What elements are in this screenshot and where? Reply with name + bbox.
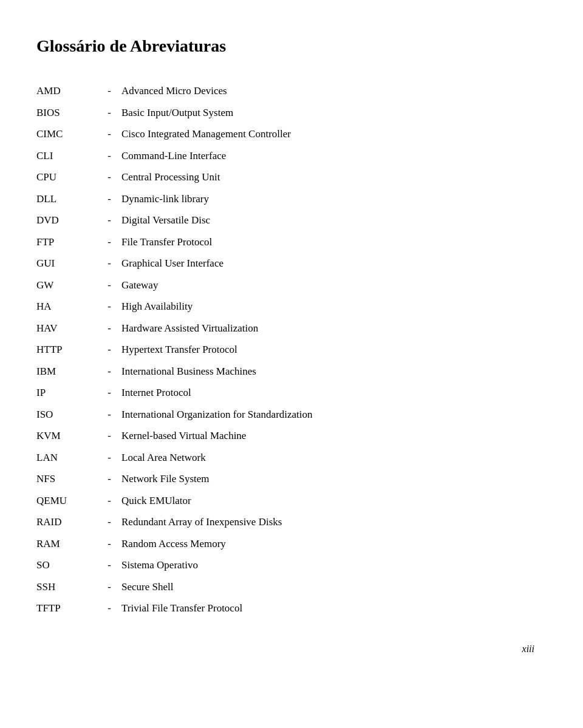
dash-separator: - xyxy=(97,425,121,447)
table-row: RAID-Redundant Array of Inexpensive Disk… xyxy=(36,511,534,533)
table-row: HAV-Hardware Assisted Virtualization xyxy=(36,318,534,339)
definition: File Transfer Protocol xyxy=(121,231,534,253)
table-row: LAN-Local Area Network xyxy=(36,447,534,469)
definition: Hypertext Transfer Protocol xyxy=(121,339,534,361)
dash-separator: - xyxy=(97,490,121,512)
dash-separator: - xyxy=(97,80,121,102)
definition: Central Processing Unit xyxy=(121,166,534,188)
dash-separator: - xyxy=(97,554,121,576)
dash-separator: - xyxy=(97,447,121,469)
table-row: GW-Gateway xyxy=(36,274,534,296)
table-row: SO-Sistema Operativo xyxy=(36,554,534,576)
abbreviation: AMD xyxy=(36,80,97,102)
abbreviation: CLI xyxy=(36,145,97,167)
table-row: SSH-Secure Shell xyxy=(36,576,534,598)
abbreviation: DVD xyxy=(36,209,97,231)
table-row: FTP-File Transfer Protocol xyxy=(36,231,534,253)
table-row: ISO-International Organization for Stand… xyxy=(36,404,534,426)
table-row: IBM-International Business Machines xyxy=(36,361,534,383)
table-row: IP-Internet Protocol xyxy=(36,382,534,404)
abbreviation: ISO xyxy=(36,404,97,426)
definition: Random Access Memory xyxy=(121,533,534,555)
table-row: KVM-Kernel-based Virtual Machine xyxy=(36,425,534,447)
abbreviation: BIOS xyxy=(36,102,97,124)
dash-separator: - xyxy=(97,361,121,383)
dash-separator: - xyxy=(97,102,121,124)
dash-separator: - xyxy=(97,468,121,490)
abbreviation: RAM xyxy=(36,533,97,555)
table-row: CLI-Command-Line Interface xyxy=(36,145,534,167)
table-row: GUI-Graphical User Interface xyxy=(36,253,534,274)
abbreviation: FTP xyxy=(36,231,97,253)
definition: Redundant Array of Inexpensive Disks xyxy=(121,511,534,533)
abbreviation: GW xyxy=(36,274,97,296)
table-row: DLL-Dynamic-link library xyxy=(36,188,534,210)
definition: Dynamic-link library xyxy=(121,188,534,210)
definition: Gateway xyxy=(121,274,534,296)
table-row: AMD-Advanced Micro Devices xyxy=(36,80,534,102)
dash-separator: - xyxy=(97,166,121,188)
abbreviation: HAV xyxy=(36,318,97,339)
definition: Basic Input/Output System xyxy=(121,102,534,124)
abbreviation: CPU xyxy=(36,166,97,188)
definition: Local Area Network xyxy=(121,447,534,469)
definition: Command-Line Interface xyxy=(121,145,534,167)
definition: Trivial File Transfer Protocol xyxy=(121,597,534,619)
dash-separator: - xyxy=(97,576,121,598)
dash-separator: - xyxy=(97,188,121,210)
dash-separator: - xyxy=(97,253,121,274)
table-row: HTTP-Hypertext Transfer Protocol xyxy=(36,339,534,361)
dash-separator: - xyxy=(97,296,121,318)
abbreviation: SO xyxy=(36,554,97,576)
dash-separator: - xyxy=(97,597,121,619)
definition: Secure Shell xyxy=(121,576,534,598)
definition: Digital Versatile Disc xyxy=(121,209,534,231)
dash-separator: - xyxy=(97,339,121,361)
abbreviation: DLL xyxy=(36,188,97,210)
definition: High Availability xyxy=(121,296,534,318)
dash-separator: - xyxy=(97,274,121,296)
dash-separator: - xyxy=(97,533,121,555)
dash-separator: - xyxy=(97,231,121,253)
abbreviation: CIMC xyxy=(36,123,97,145)
abbreviation: KVM xyxy=(36,425,97,447)
abbreviation: TFTP xyxy=(36,597,97,619)
dash-separator: - xyxy=(97,123,121,145)
abbreviation: RAID xyxy=(36,511,97,533)
dash-separator: - xyxy=(97,318,121,339)
abbreviation: IBM xyxy=(36,361,97,383)
abbreviation: HA xyxy=(36,296,97,318)
definition: International Business Machines xyxy=(121,361,534,383)
abbreviation: HTTP xyxy=(36,339,97,361)
dash-separator: - xyxy=(97,145,121,167)
definition: Sistema Operativo xyxy=(121,554,534,576)
table-row: NFS-Network File System xyxy=(36,468,534,490)
abbreviation: QEMU xyxy=(36,490,97,512)
table-row: TFTP-Trivial File Transfer Protocol xyxy=(36,597,534,619)
definition: International Organization for Standardi… xyxy=(121,404,534,426)
definition: Cisco Integrated Management Controller xyxy=(121,123,534,145)
table-row: CIMC-Cisco Integrated Management Control… xyxy=(36,123,534,145)
definition: Network File System xyxy=(121,468,534,490)
table-row: RAM-Random Access Memory xyxy=(36,533,534,555)
table-row: QEMU-Quick EMUlator xyxy=(36,490,534,512)
abbreviation: SSH xyxy=(36,576,97,598)
abbreviation: GUI xyxy=(36,253,97,274)
definition: Internet Protocol xyxy=(121,382,534,404)
dash-separator: - xyxy=(97,404,121,426)
table-row: BIOS-Basic Input/Output System xyxy=(36,102,534,124)
table-row: HA-High Availability xyxy=(36,296,534,318)
table-row: DVD-Digital Versatile Disc xyxy=(36,209,534,231)
table-row: CPU-Central Processing Unit xyxy=(36,166,534,188)
glossary-table: AMD-Advanced Micro DevicesBIOS-Basic Inp… xyxy=(36,80,534,619)
definition: Graphical User Interface xyxy=(121,253,534,274)
abbreviation: IP xyxy=(36,382,97,404)
definition: Kernel-based Virtual Machine xyxy=(121,425,534,447)
dash-separator: - xyxy=(97,511,121,533)
page-number: xiii xyxy=(36,644,534,655)
abbreviation: LAN xyxy=(36,447,97,469)
dash-separator: - xyxy=(97,209,121,231)
page-title: Glossário de Abreviaturas xyxy=(36,36,534,56)
dash-separator: - xyxy=(97,382,121,404)
definition: Hardware Assisted Virtualization xyxy=(121,318,534,339)
